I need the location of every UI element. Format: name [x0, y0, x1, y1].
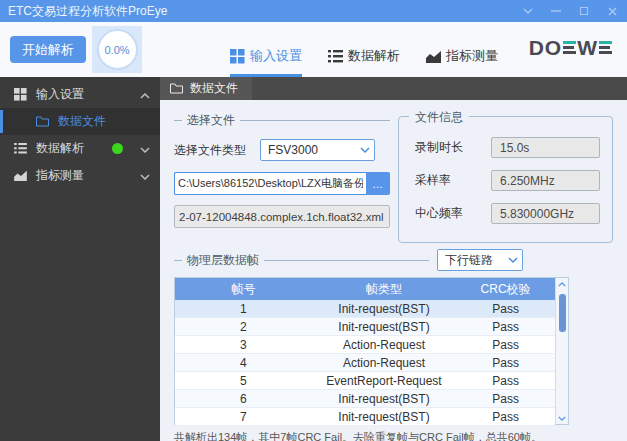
tab-label: 指标测量 [446, 47, 498, 65]
logo-e-glyph [599, 41, 612, 55]
table-row[interactable]: 1Init-request(BST)Pass [175, 300, 555, 318]
chevron-up-icon [140, 88, 150, 102]
window-controls [521, 4, 619, 18]
link-direction-value: 下行链路 [445, 252, 508, 269]
table-cell: Pass [456, 356, 555, 370]
window-title: ETC交易过程分析软件ProEye [8, 3, 521, 20]
sidebar-item-data-file[interactable]: 数据文件 [0, 108, 160, 135]
table-row[interactable]: 2Init-request(BST)Pass [175, 318, 555, 336]
table-row[interactable]: 7Init-request(BST)Pass [175, 408, 555, 426]
area-chart-icon [426, 50, 441, 63]
toolbar: 开始解析 0.0% 输入设置 数据解析 指标测量 DOW [0, 22, 627, 77]
tab-label: 数据解析 [348, 47, 400, 65]
table-cell: Init-request(BST) [312, 410, 456, 424]
tab-indicator-measure[interactable]: 指标测量 [426, 47, 498, 77]
progress-value: 0.0% [104, 44, 129, 56]
start-analysis-button[interactable]: 开始解析 [10, 36, 86, 63]
group-legend: 物理层数据帧 [187, 252, 259, 269]
chevron-down-icon [140, 169, 150, 183]
logo-text: W [577, 36, 598, 60]
content-tabstrip: 数据文件 [160, 77, 627, 100]
table-cell: Init-request(BST) [312, 302, 456, 316]
minimize-icon[interactable] [549, 4, 563, 18]
table-cell: Pass [456, 320, 555, 334]
column-header: CRC校验 [456, 281, 555, 298]
file-type-label: 选择文件类型 [174, 142, 246, 159]
table-row[interactable]: 5EventReport-RequestPass [175, 372, 555, 390]
link-direction-select[interactable]: 下行链路 [437, 249, 523, 271]
sidebar-item-label: 指标测量 [36, 167, 131, 184]
frames-group-header: 物理层数据帧 下行链路 [174, 249, 613, 271]
table-cell: Action-Request [312, 338, 456, 352]
sidebar-item-data-analysis[interactable]: 数据解析 [0, 135, 160, 162]
table-row[interactable]: 6Init-request(BST)Pass [175, 390, 555, 408]
grid-icon [14, 88, 27, 101]
area-chart-icon [14, 170, 27, 181]
file-info-group: 文件信息 录制时长 15.0s 采样率 6.250MHz 中心频率 5.8300… [398, 116, 613, 243]
folder-icon [170, 83, 183, 94]
scroll-down-icon[interactable] [556, 412, 568, 424]
chevron-down-icon [140, 142, 150, 156]
table-cell: 5 [175, 374, 312, 388]
table-cell: 7 [175, 410, 312, 424]
progress-indicator: 0.0% [92, 26, 142, 73]
browse-button[interactable]: … [366, 172, 390, 195]
sidebar-item-input-settings[interactable]: 输入设置 [0, 81, 160, 108]
titlebar: ETC交易过程分析软件ProEye [0, 0, 627, 22]
content-tab-data-file[interactable]: 数据文件 [160, 77, 252, 100]
table-row[interactable]: 4Action-RequestPass [175, 354, 555, 372]
table-scrollbar[interactable] [555, 278, 568, 424]
table-cell: EventReport-Request [312, 374, 456, 388]
file-info-label: 中心频率 [415, 205, 491, 222]
grid-icon [230, 49, 245, 64]
logo-e-glyph [563, 41, 576, 55]
tab-data-analysis[interactable]: 数据解析 [328, 47, 400, 77]
scrollbar-thumb[interactable] [559, 294, 566, 332]
sidebar-item-label: 输入设置 [36, 86, 131, 103]
file-path-input[interactable] [174, 172, 366, 195]
table-cell: Pass [456, 374, 555, 388]
chevron-down-icon[interactable] [521, 4, 535, 18]
chevron-down-icon [508, 257, 518, 263]
folder-icon [36, 116, 49, 127]
scroll-up-icon[interactable] [556, 278, 568, 290]
sidebar: 输入设置 数据文件 数据解析 指标测量 [0, 77, 160, 441]
table-cell: Pass [456, 410, 555, 424]
file-info-value: 6.250MHz [491, 170, 600, 191]
table-cell: Pass [456, 392, 555, 406]
file-type-select[interactable]: FSV3000 [260, 139, 375, 161]
frames-table-header: 帧号 帧类型 CRC校验 [175, 278, 568, 300]
file-type-value: FSV3000 [268, 143, 360, 157]
group-legend: 文件信息 [409, 109, 469, 126]
content-tab-label: 数据文件 [190, 80, 238, 97]
tab-label: 输入设置 [250, 47, 302, 65]
group-legend: 选择文件 [187, 112, 235, 129]
table-cell: 4 [175, 356, 312, 370]
table-cell: Pass [456, 338, 555, 352]
sidebar-item-label: 数据文件 [58, 113, 150, 130]
select-file-group: 选择文件 选择文件类型 FSV3000 … [174, 108, 390, 228]
file-info-label: 录制时长 [415, 139, 491, 156]
table-cell: 2 [175, 320, 312, 334]
list-icon [328, 50, 343, 63]
table-row[interactable]: 3Action-RequestPass [175, 336, 555, 354]
chevron-down-icon [360, 147, 370, 153]
top-tab-bar: 输入设置 数据解析 指标测量 [230, 43, 498, 77]
parse-summary: 共解析出134帧，其中7帧CRC Fail。去除重复帧与CRC Fail帧，总共… [174, 430, 613, 441]
app-window: ETC交易过程分析软件ProEye 开始解析 0.0% 输入设置 数据解析 指标 [0, 0, 627, 441]
sidebar-item-indicator-measure[interactable]: 指标测量 [0, 162, 160, 189]
table-cell: Init-request(BST) [312, 320, 456, 334]
list-icon [14, 143, 27, 154]
tab-input-settings[interactable]: 输入设置 [230, 47, 302, 77]
file-name-field [174, 205, 390, 228]
table-cell: 6 [175, 392, 312, 406]
table-cell: 1 [175, 302, 312, 316]
close-icon[interactable] [605, 4, 619, 18]
status-dot [112, 143, 123, 154]
doewe-logo: DOW [529, 36, 613, 60]
table-cell: Init-request(BST) [312, 392, 456, 406]
table-cell: Action-Request [312, 356, 456, 370]
column-header: 帧类型 [312, 281, 456, 298]
maximize-icon[interactable] [577, 4, 591, 18]
file-info-value: 5.830000GHz [491, 203, 600, 224]
